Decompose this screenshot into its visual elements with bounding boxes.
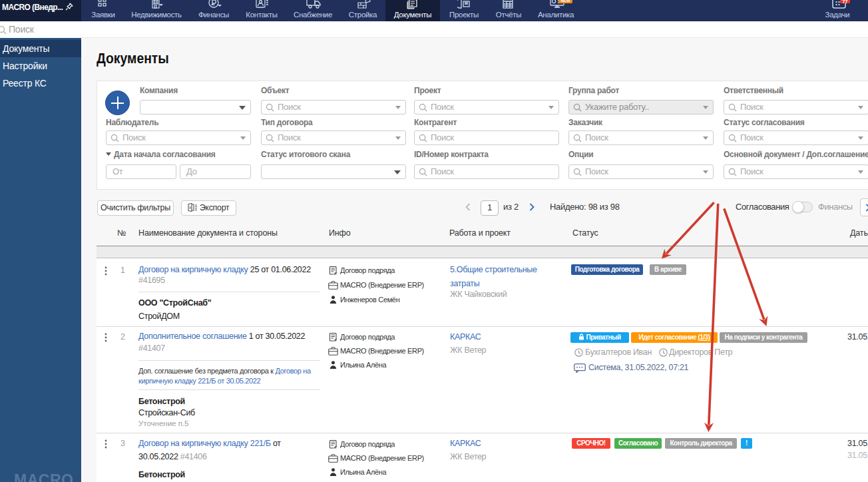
svg-text:x: x <box>189 205 192 210</box>
